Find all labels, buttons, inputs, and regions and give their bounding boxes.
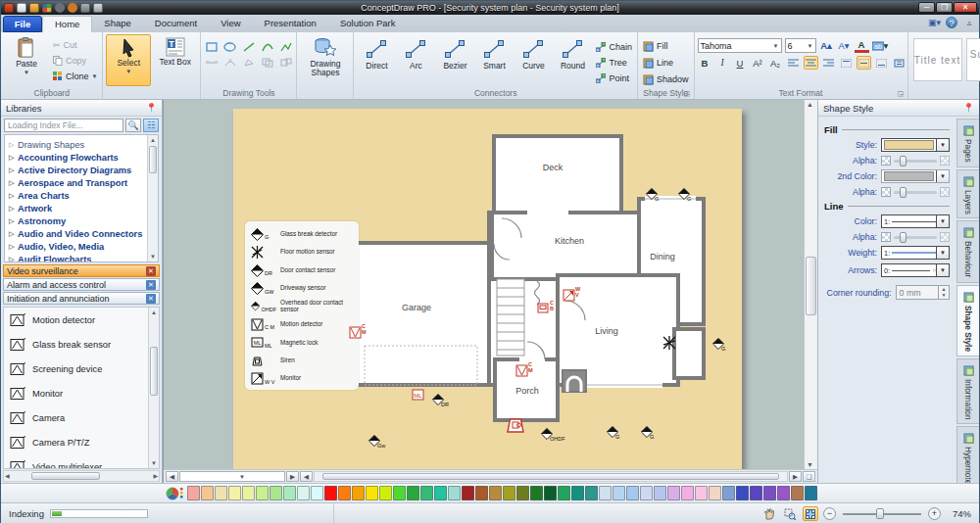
library-tree-item[interactable]: ▷ Artwork [9,202,158,214]
zoom-slider[interactable] [843,513,921,515]
dropdown-caret-icon[interactable]: ▼ [936,247,949,259]
spin-down-icon[interactable]: ▼ [939,292,949,298]
cut-button[interactable]: ✂Cut [51,38,99,52]
connector-button[interactable]: Direct [357,34,396,86]
zoom-region-icon[interactable] [782,506,798,521]
connector-mode-button[interactable]: Tree [594,56,634,70]
shape-list-item[interactable]: Screening device [4,357,159,381]
ribbon-tab[interactable]: Document [143,16,209,32]
color-swatch[interactable] [270,486,282,500]
expand-arrow-icon[interactable]: ▷ [9,243,15,251]
color-swatch[interactable] [256,486,269,500]
color-swatch[interactable] [228,486,241,500]
shape-list-item[interactable]: Camera P/T/Z [4,430,159,454]
close-button[interactable]: ✕ [954,2,977,13]
copy-button[interactable]: Copy [51,54,99,68]
library-tree-item[interactable]: ▷ Audit Flowcharts [9,253,158,262]
dropdown-caret-icon[interactable]: ▼ [936,264,949,276]
line-color-dropdown[interactable]: 1: ▼ [881,214,950,228]
close-library-icon[interactable]: ✕ [146,266,156,276]
color-swatch[interactable] [530,486,543,500]
scroll-left-icon[interactable]: ◀ [5,471,10,481]
diamond-sensor[interactable]: G [712,338,724,350]
scroll-up-icon[interactable]: ▲ [148,135,158,145]
line-tool-icon[interactable] [241,40,256,53]
security-device[interactable]: ML CM [349,326,362,339]
color-swatch[interactable] [791,486,804,500]
edit-nodes-icon[interactable] [204,56,219,69]
color-swatch[interactable] [242,486,255,500]
page-selector-dropdown[interactable]: ▼ [179,471,285,482]
side-tab[interactable]: Information [956,358,979,425]
connector-button[interactable]: Round [553,34,592,86]
ribbon-tab[interactable]: Presentation [253,16,328,32]
scroll-down-icon[interactable]: ▼ [149,458,159,468]
color-swatch[interactable] [489,486,502,500]
text-box-button[interactable]: T Text Box [153,34,197,86]
fit-page-icon[interactable] [803,506,818,521]
ribbon-tab[interactable]: Home [42,16,92,32]
zoom-in-button[interactable]: + [928,507,941,520]
fill-style-dropdown[interactable]: ▼ [881,138,950,152]
subscript-button[interactable]: A₂ [768,56,783,70]
line-alpha-slider[interactable] [894,236,937,239]
italic-button[interactable]: I [715,56,730,70]
diamond-sensor[interactable]: OHDF [541,428,553,440]
ribbon-tab[interactable]: Solution Park [328,16,408,32]
diamond-sensor[interactable]: G [646,188,658,200]
security-device[interactable]: ML [506,417,525,433]
underline-button[interactable]: U [733,56,748,70]
side-tab[interactable]: Pages [956,119,979,167]
expand-arrow-icon[interactable]: ▷ [9,192,15,200]
corner-rounding-input[interactable]: 0 mm ▲▼ [896,285,950,300]
select-button[interactable]: Select ▼ [106,34,151,86]
line-weight-dropdown[interactable]: 1: ▼ [881,246,950,260]
color-swatch[interactable] [475,486,488,500]
fill-alpha-slider[interactable] [894,160,937,163]
canvas-horizontal-scrollbar[interactable] [314,471,788,482]
library-tree-item[interactable]: ▷ Active Directory Diagrams [9,164,158,176]
color-swatch[interactable] [612,486,625,500]
rectangle-tool-icon[interactable] [204,40,219,53]
color-swatch[interactable] [297,486,310,500]
zoom-out-button[interactable]: − [823,507,836,520]
color-swatch[interactable] [544,486,557,500]
color-swatch[interactable] [434,486,447,500]
library-bar[interactable]: Initiation and annunciation ✕ [3,292,160,305]
highlight-color-button[interactable]: ab▾ [872,39,889,53]
color-swatch[interactable] [448,486,461,500]
color-swatch[interactable] [366,486,378,500]
dropdown-caret-icon[interactable]: ▼ [936,170,949,182]
color-swatch[interactable] [283,486,296,500]
color-swatch[interactable] [516,486,529,500]
security-device[interactable]: ML WV [563,289,575,302]
scroll-up-icon[interactable]: ▲ [149,308,159,317]
color-swatch[interactable] [695,486,708,500]
connector-button[interactable]: Arc [396,34,435,86]
color-swatch[interactable] [201,486,214,500]
second-alpha-slider[interactable] [894,191,937,194]
dropdown-caret-icon[interactable]: ▼ [936,215,949,227]
color-swatch[interactable] [777,486,790,500]
close-library-icon[interactable]: ✕ [146,280,156,290]
polyline-tool-icon[interactable] [278,40,293,53]
scroll-down-icon[interactable]: ▼ [148,252,158,262]
library-tree-item[interactable]: ▷ Drawing Shapes [9,138,158,151]
color-swatch[interactable] [338,486,351,500]
side-tab[interactable]: Hypernote [956,426,979,489]
file-tab[interactable]: File [3,16,42,32]
scroll-right-icon[interactable]: ▶ [789,471,802,482]
prev-page-button[interactable]: ◀ [166,471,178,482]
color-swatch[interactable] [558,486,570,500]
ellipse-tool-icon[interactable] [222,40,237,53]
search-icon[interactable]: 🔍 [125,119,141,132]
library-tree-item[interactable]: ▷ Accounting Flowcharts [9,151,158,164]
shape-style-dialog-launcher[interactable]: ◲ [684,90,692,98]
scroll-up-icon[interactable]: ▲ [807,101,813,108]
crop-icon[interactable] [241,56,256,69]
expand-arrow-icon[interactable]: ▷ [9,205,15,213]
library-tree-item[interactable]: ▷ Audio and Video Connectors [9,227,158,240]
zoom-slider-thumb[interactable] [876,508,884,519]
help-icon[interactable]: ? [946,17,957,28]
next-page-button[interactable]: ▶ [286,471,299,482]
